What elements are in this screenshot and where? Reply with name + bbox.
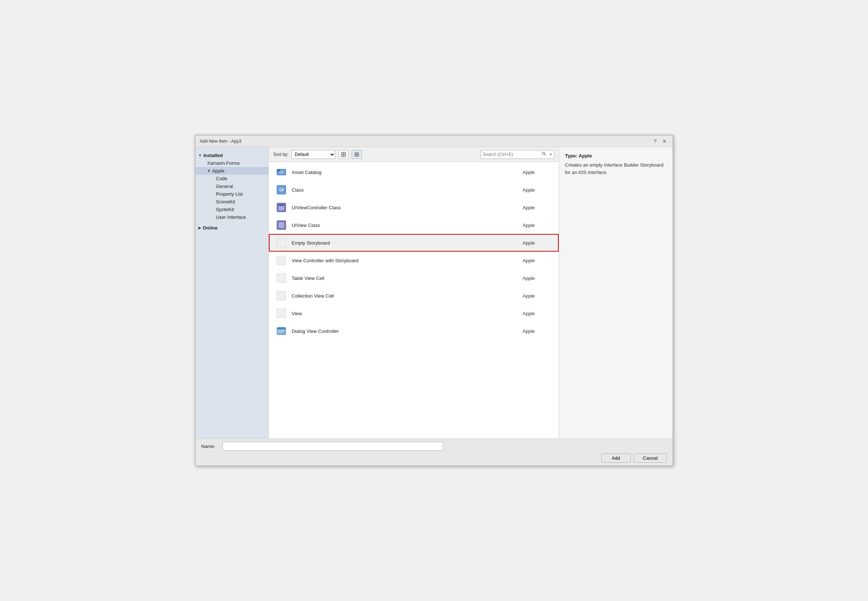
item-category: Apple	[523, 293, 552, 299]
grid-view-icon	[341, 152, 346, 157]
apple-label: Apple	[212, 168, 224, 174]
sidebar: ▼ Installed Xamarin.Forms ▼ Apple Code G…	[195, 147, 269, 438]
svg-point-7	[543, 152, 545, 155]
sidebar-item-scenekit[interactable]: SceneKit	[195, 198, 268, 206]
sidebar-item-apple[interactable]: ▼ Apple	[195, 167, 268, 175]
svg-rect-21	[277, 274, 286, 282]
list-view-button[interactable]	[352, 150, 362, 159]
installed-section: ▼ Installed Xamarin.Forms ▼ Apple Code G…	[195, 150, 268, 223]
item-name: Dialog View Controller	[292, 328, 518, 334]
list-item[interactable]: View Controller with StoryboardApple	[269, 252, 559, 269]
svg-line-8	[545, 154, 546, 156]
generic-icon	[276, 308, 287, 319]
type-value-text: Apple	[578, 153, 592, 159]
svg-rect-18	[278, 222, 285, 229]
list-item[interactable]: C# ClassApple	[269, 181, 559, 198]
list-item[interactable]: Collection View CellApple	[269, 287, 559, 305]
user-interface-label: User Interface	[216, 214, 246, 220]
list-item[interactable]: C# Asset CatalogApple	[269, 163, 559, 181]
list-item[interactable]: Empty StoryboardApple	[269, 234, 559, 252]
code-label: Code	[216, 176, 227, 182]
search-icon	[542, 151, 546, 156]
svg-rect-5	[355, 154, 359, 155]
help-button[interactable]: ?	[652, 137, 658, 145]
svg-text:C#: C#	[279, 188, 284, 192]
item-category: Apple	[523, 187, 552, 193]
bottom-bar: Name: Add Cancel	[195, 438, 673, 466]
svg-text:C#: C#	[279, 171, 284, 174]
list-item[interactable]: UIViewController ClassApple	[269, 198, 559, 216]
list-item[interactable]: UIView ClassApple	[269, 216, 559, 234]
search-box: ▼	[481, 150, 554, 159]
online-arrow: ▶	[198, 226, 201, 230]
sidebar-item-online[interactable]: ▶ Online	[195, 224, 268, 232]
uivc-icon	[276, 201, 287, 214]
list-item[interactable]: Table View CellApple	[269, 269, 559, 287]
property-list-label: Property List	[216, 191, 243, 197]
action-row: Add Cancel	[201, 453, 667, 463]
dialog-icon	[276, 325, 287, 337]
item-category: Apple	[523, 328, 552, 334]
item-name: Asset Catalog	[292, 169, 518, 175]
toolbar: Sort by: Default	[269, 147, 559, 162]
sort-by-label: Sort by:	[273, 152, 288, 157]
list-item[interactable]: Dialog View ControllerApple	[269, 322, 559, 340]
dialog-body: ▼ Installed Xamarin.Forms ▼ Apple Code G…	[195, 147, 673, 438]
item-name: Table View Cell	[292, 276, 518, 281]
asset-icon: C#	[276, 166, 287, 178]
svg-rect-6	[355, 156, 359, 156]
sidebar-item-installed[interactable]: ▼ Installed	[195, 151, 268, 159]
main-content: Sort by: Default	[269, 147, 559, 438]
search-icon-button[interactable]	[540, 151, 548, 157]
close-button[interactable]: ✕	[661, 137, 668, 145]
type-label-text: Type:	[565, 153, 578, 159]
installed-label: Installed	[203, 153, 223, 158]
uiview-icon	[276, 219, 287, 231]
list-item[interactable]: ViewApple	[269, 305, 559, 322]
item-name: Collection View Cell	[292, 293, 518, 299]
sidebar-item-spritekit[interactable]: SpriteKit	[195, 206, 268, 214]
list-view-icon	[354, 152, 359, 157]
item-name: Class	[292, 187, 518, 193]
add-button[interactable]: Add	[601, 453, 631, 463]
item-category: Apple	[523, 276, 552, 281]
info-description: Creates an empty Interface Builder Story…	[565, 162, 667, 176]
scenekit-label: SceneKit	[216, 199, 235, 204]
online-label: Online	[203, 225, 217, 230]
sidebar-item-general[interactable]: General	[195, 182, 268, 190]
dialog-title: Add New Item - App3	[200, 139, 241, 144]
generic-icon	[276, 290, 287, 302]
spritekit-label: SpriteKit	[216, 207, 234, 212]
sort-select[interactable]: Default	[291, 150, 336, 159]
sidebar-item-user-interface[interactable]: User Interface	[195, 214, 268, 221]
svg-rect-22	[277, 291, 286, 300]
generic-icon	[276, 255, 287, 266]
sidebar-item-property-list[interactable]: Property List	[195, 190, 268, 198]
search-dropdown-button[interactable]: ▼	[548, 153, 554, 156]
storyboard-icon	[276, 237, 287, 249]
search-input[interactable]	[481, 152, 540, 157]
info-type-row: Type: Apple	[565, 153, 667, 159]
grid-view-button[interactable]	[339, 150, 349, 159]
item-category: Apple	[523, 240, 552, 246]
item-category: Apple	[523, 311, 552, 316]
svg-rect-25	[277, 327, 286, 329]
svg-rect-26	[278, 330, 285, 331]
online-section: ▶ Online	[195, 223, 268, 233]
item-name: View Controller with Storyboard	[292, 258, 518, 263]
svg-rect-2	[341, 155, 343, 157]
svg-rect-19	[277, 238, 286, 247]
svg-rect-3	[344, 155, 346, 157]
generic-icon	[276, 272, 287, 284]
xamarin-forms-label: Xamarin.Forms	[207, 160, 240, 166]
sidebar-item-xamarin-forms[interactable]: Xamarin.Forms	[195, 159, 268, 167]
class-icon: C#	[276, 184, 287, 196]
cancel-button[interactable]: Cancel	[634, 453, 667, 463]
sidebar-item-code[interactable]: Code	[195, 175, 268, 182]
general-label: General	[216, 183, 233, 189]
name-row: Name:	[201, 442, 667, 451]
installed-arrow: ▼	[198, 153, 202, 157]
svg-rect-23	[277, 309, 286, 318]
svg-rect-16	[278, 204, 284, 206]
name-input[interactable]	[223, 442, 443, 451]
